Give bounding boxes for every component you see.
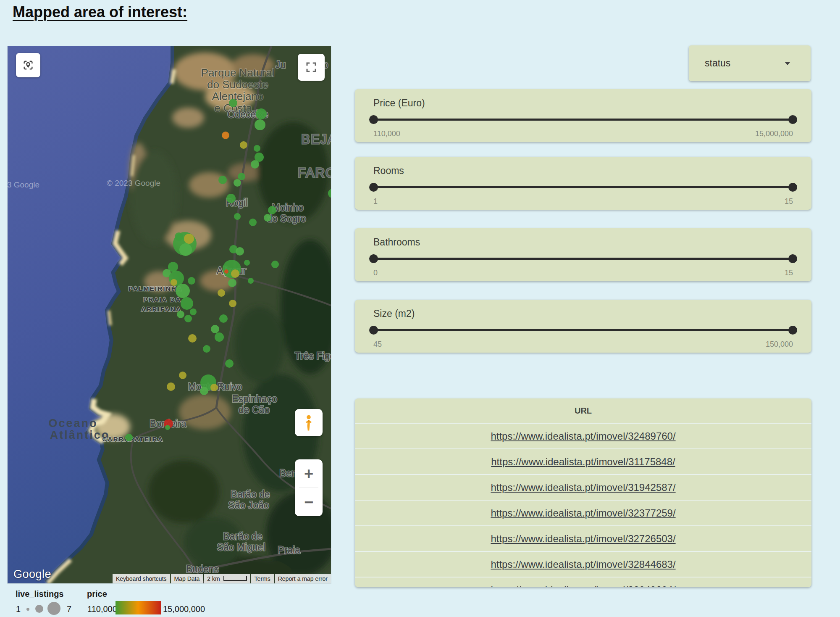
listing-dot[interactable] <box>236 247 244 256</box>
listing-dot[interactable] <box>171 279 177 286</box>
fullscreen-icon <box>305 61 318 74</box>
listing-link[interactable]: https://www.idealista.pt/imovel/31175848… <box>491 456 675 467</box>
listing-dot[interactable] <box>244 260 250 266</box>
listing-link[interactable]: https://www.idealista.pt/imovel/32049204… <box>491 584 675 588</box>
size-slider-card: Size (m2) 45 150,000 <box>355 300 811 353</box>
keyboard-shortcuts-link[interactable]: Keyboard shortcuts <box>113 574 170 583</box>
listing-dot[interactable] <box>175 232 183 241</box>
listing-dot[interactable] <box>254 145 260 152</box>
pegman-icon <box>302 414 316 431</box>
map-label: Espinhaço <box>232 393 277 404</box>
bathrooms-slider-track[interactable] <box>373 258 793 260</box>
listing-dot[interactable] <box>226 194 236 203</box>
listing-dot[interactable] <box>234 213 241 220</box>
zoom-in-button[interactable]: + <box>295 459 323 488</box>
url-column-header: URL <box>355 398 811 423</box>
google-logo[interactable]: Google <box>13 568 51 581</box>
locate-button[interactable] <box>16 53 40 77</box>
listing-dot[interactable] <box>211 325 219 333</box>
listing-dot[interactable] <box>225 359 234 368</box>
listing-dot[interactable] <box>167 382 175 391</box>
listing-dot[interactable] <box>229 99 237 107</box>
listing-dot[interactable] <box>215 332 224 342</box>
listing-dot[interactable] <box>255 119 265 130</box>
size-slider-handle-min[interactable] <box>369 326 378 335</box>
size-slider-track[interactable] <box>373 329 793 331</box>
listing-dot[interactable] <box>165 425 170 430</box>
listing-dot[interactable] <box>200 387 208 395</box>
size-min-value: 45 <box>373 340 382 349</box>
listing-dot[interactable] <box>231 269 239 278</box>
zoom-out-button[interactable]: − <box>295 488 323 516</box>
listing-dot[interactable] <box>176 284 190 298</box>
fullscreen-button[interactable] <box>298 54 325 81</box>
zoom-control: + − <box>295 459 323 516</box>
map-scale: 2 km <box>204 574 250 583</box>
rooms-slider-track[interactable] <box>373 186 793 188</box>
url-table: URL https://www.idealista.pt/imovel/3248… <box>355 398 811 587</box>
map-label: CARRAPATEIRA <box>102 435 163 443</box>
report-map-error-link[interactable]: Report a map error <box>275 574 331 583</box>
url-table-row: https://www.idealista.pt/imovel/32844683… <box>355 551 811 577</box>
listing-dot[interactable] <box>271 261 279 268</box>
listing-dot[interactable] <box>229 300 236 307</box>
listing-dot[interactable] <box>240 141 247 149</box>
url-table-row: https://www.idealista.pt/imovel/31175848… <box>355 449 811 475</box>
map-attribution-bar: Keyboard shortcuts Map Data 2 km Terms R… <box>112 574 331 583</box>
price-slider-track[interactable] <box>373 119 793 121</box>
map-label: © 2023 Google <box>8 180 39 189</box>
url-table-card: URL https://www.idealista.pt/imovel/3248… <box>355 398 811 587</box>
listing-dot[interactable] <box>188 277 195 285</box>
rooms-slider-handle-min[interactable] <box>369 183 378 192</box>
listing-dot[interactable] <box>190 308 197 315</box>
url-table-row: https://www.idealista.pt/imovel/32726503… <box>355 526 811 551</box>
listing-link[interactable]: https://www.idealista.pt/imovel/32377259… <box>491 507 675 519</box>
size-slider-handle-max[interactable] <box>788 326 797 335</box>
listing-dot[interactable] <box>234 179 241 187</box>
map-label: Budens <box>186 564 219 575</box>
listing-dot[interactable] <box>125 434 133 441</box>
listing-dot[interactable] <box>218 176 227 184</box>
listing-dot[interactable] <box>251 160 259 169</box>
listing-dot[interactable] <box>188 334 197 343</box>
listing-link[interactable]: https://www.idealista.pt/imovel/32844683… <box>491 559 675 570</box>
map-label: Parque Natural <box>201 66 275 79</box>
listing-dot[interactable] <box>228 279 236 287</box>
url-table-row: https://www.idealista.pt/imovel/32377259… <box>355 500 811 526</box>
listing-dot[interactable] <box>181 297 193 310</box>
status-dropdown[interactable]: status <box>689 45 811 81</box>
listing-dot[interactable] <box>179 372 186 379</box>
listing-dot[interactable] <box>248 278 254 284</box>
map-label: de Cão <box>239 404 270 415</box>
listing-dot[interactable] <box>224 269 228 274</box>
listing-link[interactable]: https://www.idealista.pt/imovel/31942587… <box>491 482 675 493</box>
map-data-link[interactable]: Map Data <box>171 574 203 583</box>
listing-dot[interactable] <box>219 314 228 323</box>
rooms-slider-handle-max[interactable] <box>788 183 797 192</box>
listing-dot[interactable] <box>184 234 194 244</box>
listing-link[interactable]: https://www.idealista.pt/imovel/32489760… <box>491 430 675 442</box>
listing-dot[interactable] <box>238 173 245 180</box>
bathrooms-slider-handle-max[interactable] <box>788 254 797 263</box>
terms-link[interactable]: Terms <box>251 574 274 583</box>
listing-dot[interactable] <box>249 219 257 226</box>
price-slider-handle-min[interactable] <box>369 115 378 124</box>
bathrooms-slider-handle-min[interactable] <box>369 254 378 263</box>
price-slider-handle-max[interactable] <box>788 115 797 124</box>
listing-dot[interactable] <box>264 214 271 221</box>
listing-link[interactable]: https://www.idealista.pt/imovel/32726503… <box>491 533 675 544</box>
map-label: São Miguel <box>217 542 265 553</box>
price-slider-card: Price (Euro) 110,000 15,000,000 <box>355 89 811 142</box>
listing-dot[interactable] <box>184 315 192 322</box>
listing-dot[interactable] <box>256 108 267 119</box>
map-label: Alentejano <box>212 90 264 103</box>
pegman-button[interactable] <box>295 409 323 436</box>
listing-dot[interactable] <box>210 384 218 391</box>
listing-dot[interactable] <box>268 206 276 214</box>
map-canvas[interactable]: Parque Naturaldo SudoesteAlentejanoe Cos… <box>8 46 331 583</box>
listing-dot[interactable] <box>222 132 229 139</box>
listing-dot[interactable] <box>218 289 225 297</box>
listing-dot[interactable] <box>203 345 210 353</box>
listing-dot[interactable] <box>179 243 192 256</box>
listing-dot[interactable] <box>177 311 184 318</box>
